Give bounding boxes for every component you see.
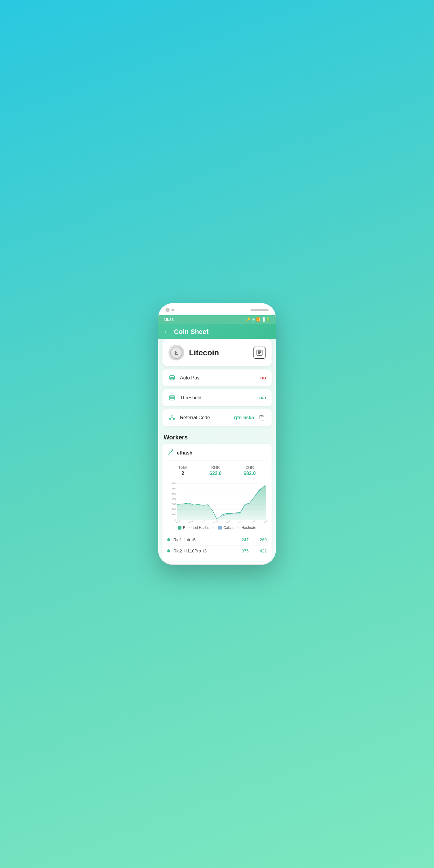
auto-pay-value: no — [260, 375, 266, 381]
workers-title: Workers — [158, 429, 276, 444]
total-stat: Total 2 — [179, 465, 187, 476]
key-icon: 🔑 — [246, 317, 251, 321]
worker-chr: 260 — [252, 537, 267, 542]
chart-legend: Reported Hashrate Calculated Hashrate — [167, 526, 267, 530]
svg-point-12 — [171, 415, 173, 417]
svg-text:0: 0 — [175, 518, 176, 521]
total-label: Total — [179, 465, 187, 470]
rhr-label: RHR — [210, 465, 221, 470]
phone-notch — [158, 303, 276, 315]
svg-text:200: 200 — [172, 508, 176, 511]
worker-status-dot — [167, 538, 170, 541]
svg-text:700: 700 — [172, 482, 176, 485]
calculated-label: Calculated Hashrate — [223, 526, 256, 530]
rhr-stat: RHR 622.0 — [210, 465, 221, 476]
svg-text:22/10:30: 22/10:30 — [248, 520, 255, 523]
calculated-legend: Calculated Hashrate — [218, 526, 256, 530]
worker-status-dot — [167, 550, 170, 553]
chr-stat: CHR 682.0 — [244, 465, 255, 476]
svg-point-13 — [169, 418, 171, 420]
auto-pay-card[interactable]: Auto Pay no — [162, 370, 272, 386]
svg-rect-9 — [169, 396, 175, 397]
hashrate-chart: 700 600 500 400 300 200 100 0 — [167, 481, 267, 523]
coin-name: Litecoin — [189, 348, 249, 358]
back-button[interactable]: ← — [164, 328, 170, 336]
workers-card: ethash Total 2 RHR 622.0 CHR 682.0 — [162, 444, 272, 561]
rhr-value: 622.0 — [210, 471, 221, 476]
svg-text:22/04:56: 22/04:56 — [223, 520, 231, 523]
chr-value: 682.0 — [244, 471, 255, 476]
referral-icon — [168, 413, 176, 422]
threshold-card[interactable]: Threshold n/a — [162, 390, 272, 406]
svg-text:300: 300 — [172, 503, 176, 506]
reported-legend: Reported Hashrate — [178, 526, 213, 530]
threshold-label: Threshold — [180, 395, 255, 401]
svg-text:100: 100 — [172, 513, 176, 516]
status-time: 15:28 — [164, 317, 174, 322]
worker-name: Rig2_H110Pro_i3 — [173, 549, 230, 553]
copy-button[interactable] — [258, 413, 266, 422]
referral-value: rjfn-6sk5 — [234, 415, 254, 421]
worker-row: Rig1_Inteli5 247 260 — [167, 534, 267, 545]
chr-label: CHR — [244, 465, 255, 470]
calculated-color — [218, 526, 222, 530]
svg-text:21/23:24: 21/23:24 — [198, 520, 206, 523]
ethash-header: ethash — [167, 449, 267, 461]
svg-rect-15 — [261, 417, 264, 420]
worker-rhr: 375 — [234, 549, 249, 553]
worker-chr: 422 — [252, 549, 267, 553]
svg-text:500: 500 — [172, 492, 176, 495]
camera-lens — [165, 308, 170, 312]
coin-info-button[interactable]: WWW — [253, 347, 266, 359]
svg-text:WWW: WWW — [257, 350, 262, 352]
reported-label: Reported Hashrate — [183, 526, 213, 530]
svg-text:22/02:10: 22/02:10 — [211, 520, 218, 523]
svg-point-8 — [170, 375, 175, 378]
signal-icon: ▐ — [262, 317, 265, 321]
notch-pill — [250, 309, 269, 311]
svg-point-14 — [174, 418, 175, 420]
svg-rect-11 — [169, 399, 175, 400]
auto-pay-label: Auto Pay — [180, 375, 256, 381]
stats-row: Total 2 RHR 622.0 CHR 682.0 — [167, 465, 267, 476]
svg-text:21/20:35: 21/20:35 — [186, 520, 193, 523]
content-area: Ł Litecoin WWW — [158, 339, 276, 561]
bluetooth-icon: ✳ — [252, 317, 255, 321]
ethash-label: ethash — [177, 450, 193, 456]
svg-text:600: 600 — [172, 487, 176, 490]
phone-frame: 15:28 🔑 ✳ 📶 ▐ 🔋 ← Coin Sheet Ł Litecoin — [158, 303, 276, 565]
referral-label: Referral Code — [180, 415, 230, 421]
status-icons: 🔑 ✳ 📶 ▐ 🔋 — [246, 317, 270, 321]
camera-sensor — [172, 309, 174, 311]
status-bar: 15:28 🔑 ✳ 📶 ▐ 🔋 — [158, 315, 276, 324]
wifi-icon: 📶 — [256, 317, 261, 321]
coin-card: Ł Litecoin WWW — [162, 339, 272, 366]
svg-text:Ł: Ł — [175, 350, 178, 356]
page-title: Coin Sheet — [174, 328, 209, 336]
svg-rect-10 — [169, 398, 175, 399]
reported-color — [178, 526, 181, 530]
worker-row: Rig2_H110Pro_i3 375 422 — [167, 545, 267, 556]
threshold-value: n/a — [259, 395, 266, 401]
svg-text:22/07:14: 22/07:14 — [236, 520, 243, 523]
svg-text:22/13:16: 22/13:16 — [260, 520, 267, 523]
coin-logo: Ł — [168, 345, 184, 361]
pickaxe-icon — [167, 449, 174, 457]
camera-area — [165, 308, 174, 312]
referral-card[interactable]: Referral Code rjfn-6sk5 — [162, 409, 272, 426]
worker-rhr: 247 — [234, 537, 249, 542]
worker-name: Rig1_Inteli5 — [173, 537, 230, 542]
auto-pay-icon — [168, 374, 176, 382]
battery-icon: 🔋 — [266, 317, 270, 321]
total-value: 2 — [179, 471, 187, 476]
threshold-icon — [168, 394, 176, 402]
svg-text:400: 400 — [172, 497, 176, 500]
